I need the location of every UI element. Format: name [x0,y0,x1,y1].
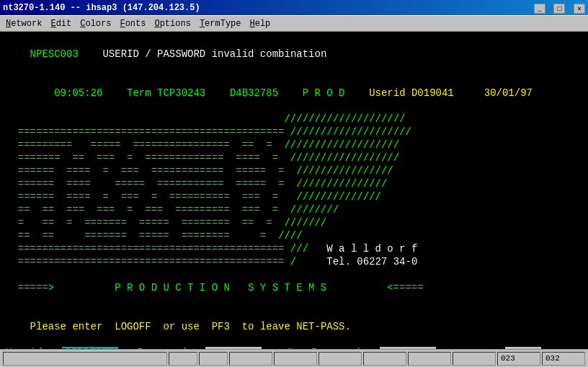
id2-value: D4B32785 [230,87,303,99]
userid-label-top: Userid [369,87,411,99]
term-label: Term [127,87,157,99]
status-seg-2 [169,352,197,366]
error-message: USERID / PASSWORD invalid combination [102,48,326,60]
title-buttons: _ □ ✕ [533,1,585,14]
close-button[interactable]: ✕ [574,4,585,14]
status-seg-3 [199,352,228,366]
spacer-line-4 [6,333,582,346]
status-bar: 023 032 [0,349,588,367]
logo-line-5: ====== ==== ===== =========== ===== = //… [6,177,582,190]
menu-help[interactable]: Help [246,17,275,30]
message-line: Please enter LOGOFF or use PF3 to leave … [6,320,582,333]
maximize-button[interactable]: □ [553,4,565,14]
date-display: 30/01/97 [484,87,533,99]
logo-line-9: == == ======= ===== ======== = //// [6,229,582,242]
logo-line-0: //////////////////// [6,112,582,125]
userid-top-value: D019041 [411,87,484,99]
menu-bar: Network Edit Colors Fonts Options TermTy… [0,16,588,32]
terminal: NPESC003 USERID / PASSWORD invalid combi… [0,32,588,349]
logo-line-8: = == = ======= ===== ======== == = /////… [6,216,582,229]
minimize-button[interactable]: _ [534,4,545,14]
newpassword-label: New Password: [263,346,378,349]
menu-termtype[interactable]: TermType [195,17,246,30]
title-text: nt3270-1.140 -- ihsap3 (147.204.123.5) [3,3,200,13]
spacer-line [6,268,582,281]
production-line: =====> P R O D U C T I O N S Y S T E M S… [6,281,582,294]
userid-input[interactable] [62,347,118,349]
spacer-line-2 [6,294,582,307]
status-line-1: NPESC003 USERID / PASSWORD invalid combi… [6,35,582,74]
status-seg-9 [453,352,496,366]
logo-line-6: ====== ==== = === = ========== === = ///… [6,190,582,203]
menu-edit[interactable]: Edit [46,17,76,30]
status-seg-5 [274,352,317,366]
logo-line-1: ========================================… [6,125,582,138]
menu-options[interactable]: Options [150,17,195,30]
status-seg-6 [318,352,362,366]
term-value: TCP30243 [157,87,230,99]
title-bar: nt3270-1.140 -- ihsap3 (147.204.123.5) _… [0,0,588,16]
logo-line-11: ========================================… [6,255,582,268]
arrow-field [505,347,541,349]
host-name: NPESC003 [30,48,103,60]
userid-input-label: Userid: [6,346,61,349]
env-value: P R O D [303,87,369,99]
logo-line-4: ====== ==== = === ============ ===== = /… [6,164,582,177]
menu-network[interactable]: Network [1,17,46,30]
input-row: Userid: Password: New Password: <=> [6,346,582,349]
status-line-2: 09:05:26 Term TCP30243 D4B32785 P R O D … [6,74,582,112]
spacer-line-3 [6,307,582,320]
new-password-input[interactable] [380,347,436,349]
menu-colors[interactable]: Colors [76,17,115,30]
password-input[interactable] [205,347,262,349]
logo-line-3: ======= == === = ============= ==== = //… [6,151,582,164]
password-label: Password: [120,346,205,349]
logo-line-7: == == === === = === ========= === = ////… [6,203,582,216]
status-row: 023 [497,352,540,366]
menu-fonts[interactable]: Fonts [115,17,150,30]
logo-line-10: ========================================… [6,242,582,255]
arrow-label: <=> [437,346,504,349]
status-seg-8 [408,352,451,366]
time-display: 09:05:26 [30,87,127,99]
status-col: 032 [542,352,585,366]
status-seg-4 [229,352,272,366]
status-seg-1 [3,352,167,366]
status-seg-7 [363,352,406,366]
logo-line-2: ========= ===== ================ == = //… [6,138,582,151]
